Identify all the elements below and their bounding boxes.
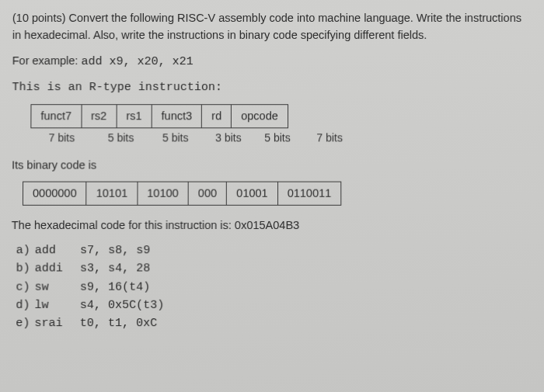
binary-cell: 0110011 <box>277 182 341 205</box>
answer-args: t0, t1, 0xC <box>80 314 158 332</box>
question-prompt: (10 points) Convert the following RISC-V… <box>12 9 532 44</box>
answer-op: lw <box>34 296 79 314</box>
answer-op: srai <box>34 314 79 332</box>
hex-line: The hexadecimal code for this instructio… <box>12 216 533 234</box>
answer-args: s7, s8, s9 <box>80 241 150 259</box>
answer-args: s4, 0x5C(t3) <box>80 296 165 314</box>
field-header-table: funct7 rs2 rs1 funct3 rd opcode <box>30 105 288 129</box>
list-item: a) add s7, s8, s9 <box>16 241 533 259</box>
binary-cell: 10100 <box>138 182 189 205</box>
field-bits: 5 bits <box>92 130 148 147</box>
answer-args: s9, 16(t4) <box>80 278 150 296</box>
answer-label: a) <box>16 241 35 259</box>
binary-cell: 000 <box>188 182 226 205</box>
answer-label: e) <box>16 314 34 332</box>
list-item: b) addi s3, s4, 28 <box>16 260 533 278</box>
answer-op: add <box>35 241 80 259</box>
table-row: funct7 rs2 rs1 funct3 rd opcode <box>31 105 288 128</box>
field-header: rs1 <box>117 105 152 128</box>
field-header: opcode <box>232 105 288 128</box>
binary-cell: 01001 <box>227 182 278 205</box>
answer-label: b) <box>16 260 35 278</box>
binary-cell: 0000000 <box>23 182 86 205</box>
binary-intro: Its binary code is <box>12 156 532 174</box>
field-bits: 7 bits <box>30 130 92 147</box>
field-header: funct7 <box>31 105 82 128</box>
field-header: funct3 <box>152 105 202 128</box>
list-item: d) lw s4, 0x5C(t3) <box>16 296 532 314</box>
answer-label: c) <box>16 278 34 296</box>
field-bits: 5 bits <box>149 130 202 147</box>
example-line: For example: add x9, x20, x21 <box>12 52 532 71</box>
field-header: rd <box>202 105 232 128</box>
answer-op: sw <box>35 278 80 296</box>
binary-cell: 10101 <box>86 182 138 205</box>
field-bits: 7 bits <box>300 130 359 147</box>
answer-label: d) <box>16 296 34 314</box>
rtype-line: This is an R-type instruction: <box>12 78 532 96</box>
field-bits: 5 bits <box>255 130 300 147</box>
field-header: rs2 <box>81 105 116 128</box>
example-instruction: add x9, x20, x21 <box>81 55 193 68</box>
answer-list: a) add s7, s8, s9 b) addi s3, s4, 28 c) … <box>16 241 533 332</box>
table-row: 0000000 10101 10100 000 01001 0110011 <box>23 182 340 205</box>
list-item: c) sw s9, 16(t4) <box>16 278 532 296</box>
field-bits: 3 bits <box>202 130 255 147</box>
example-intro: For example: <box>12 54 82 67</box>
binary-table: 0000000 10101 10100 000 01001 0110011 <box>23 182 341 206</box>
field-bits-row: 7 bits 5 bits 5 bits 3 bits 5 bits 7 bit… <box>30 130 532 147</box>
list-item: e) srai t0, t1, 0xC <box>16 314 533 332</box>
answer-args: s3, s4, 28 <box>80 260 150 278</box>
answer-op: addi <box>35 260 80 278</box>
